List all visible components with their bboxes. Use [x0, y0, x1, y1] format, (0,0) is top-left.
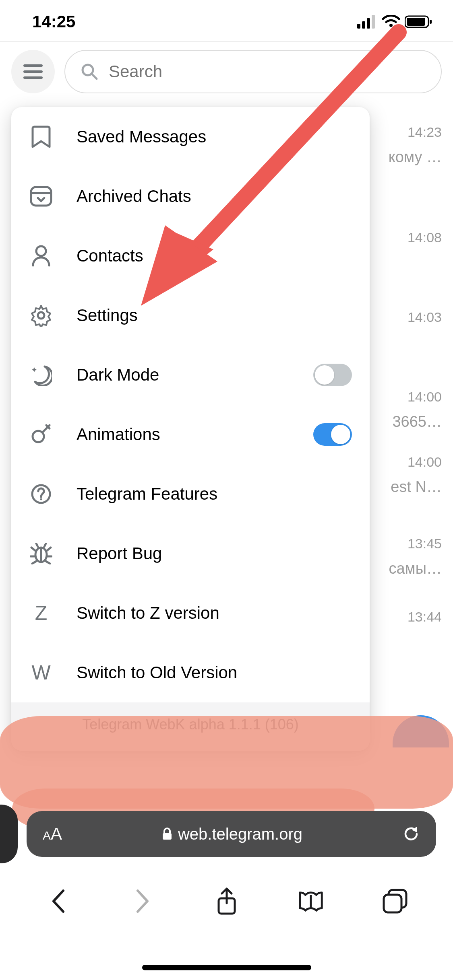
bug-icon: [29, 541, 53, 566]
archive-icon: [29, 184, 53, 208]
svg-point-13: [36, 246, 46, 256]
telegram-features-menu-item[interactable]: Telegram Features: [11, 464, 370, 524]
hamburger-menu-button[interactable]: [11, 50, 55, 93]
status-time: 14:25: [32, 12, 75, 31]
share-button[interactable]: [213, 887, 241, 915]
svg-rect-0: [357, 24, 360, 29]
svg-rect-12: [31, 187, 51, 206]
menu-item-label: Switch to Z version: [77, 603, 352, 623]
back-button[interactable]: [44, 887, 72, 915]
svg-rect-2: [367, 18, 370, 29]
cellular-icon: [357, 15, 377, 29]
url-text: web.telegram.org: [178, 825, 302, 843]
svg-rect-1: [362, 21, 365, 29]
menu-item-label: Telegram Features: [77, 484, 352, 504]
z-letter-icon: Z: [29, 601, 53, 625]
animations-toggle[interactable]: [313, 423, 352, 446]
app-header: [0, 41, 453, 105]
menu-item-label: Animations: [77, 425, 290, 444]
reload-icon[interactable]: [402, 825, 420, 843]
svg-point-19: [40, 498, 42, 500]
battery-icon: [405, 15, 433, 29]
sparkle-icon: [29, 422, 53, 447]
menu-item-label: Dark Mode: [77, 365, 290, 385]
bookmark-icon: [29, 125, 53, 149]
svg-rect-9: [23, 76, 43, 79]
svg-rect-8: [23, 70, 43, 73]
gear-icon: [29, 303, 53, 327]
settings-menu-item[interactable]: Settings: [11, 286, 370, 345]
chat-peek: 14:00 est N…: [361, 451, 442, 500]
chat-list-background: 14:23 кому … 14:08 14:03 14:00 3665… 14:…: [361, 121, 442, 629]
chat-peek: 14:23 кому …: [361, 121, 442, 170]
svg-rect-5: [407, 18, 425, 26]
archived-chats-menu-item[interactable]: Archived Chats: [11, 167, 370, 226]
contacts-menu-item[interactable]: Contacts: [11, 226, 370, 286]
search-icon: [81, 63, 98, 80]
home-indicator: [142, 965, 311, 970]
safari-address-bar[interactable]: AA web.telegram.org: [27, 811, 436, 857]
chat-peek: 14:03: [361, 306, 442, 329]
menu-item-label: Archived Chats: [77, 187, 352, 206]
chat-peek: 13:44: [361, 605, 442, 629]
saved-messages-menu-item[interactable]: Saved Messages: [11, 107, 370, 167]
menu-item-label: Settings: [77, 306, 352, 325]
search-field[interactable]: [64, 50, 442, 93]
svg-rect-30: [384, 895, 401, 912]
switch-old-version-menu-item[interactable]: W Switch to Old Version: [11, 643, 370, 702]
safari-tab-peek[interactable]: [0, 805, 18, 863]
moon-icon: [29, 363, 53, 387]
menu-item-label: Report Bug: [77, 544, 352, 563]
lock-icon: [162, 828, 172, 840]
svg-rect-25: [163, 833, 172, 840]
svg-rect-3: [372, 15, 375, 29]
chat-peek: 14:00 3665…: [361, 385, 442, 434]
animations-menu-item[interactable]: Animations: [11, 405, 370, 464]
wifi-icon: [381, 15, 401, 29]
bookmarks-button[interactable]: [297, 887, 325, 915]
svg-rect-7: [23, 64, 43, 67]
svg-point-14: [38, 312, 44, 319]
switch-z-version-menu-item[interactable]: Z Switch to Z version: [11, 583, 370, 643]
safari-toolbar: [0, 873, 453, 929]
svg-point-10: [83, 65, 93, 75]
svg-rect-6: [430, 20, 432, 24]
user-icon: [29, 244, 53, 268]
dark-mode-toggle[interactable]: [313, 364, 352, 386]
status-bar: 14:25: [0, 0, 453, 41]
chat-peek: 14:08: [361, 226, 442, 249]
menu-item-label: Switch to Old Version: [77, 663, 352, 682]
menu-item-label: Saved Messages: [77, 127, 352, 146]
forward-button[interactable]: [128, 887, 157, 915]
dark-mode-menu-item[interactable]: Dark Mode: [11, 345, 370, 405]
report-bug-menu-item[interactable]: Report Bug: [11, 524, 370, 583]
tabs-button[interactable]: [381, 887, 409, 915]
text-size-button[interactable]: AA: [43, 824, 62, 844]
hamburger-icon: [23, 64, 43, 80]
help-icon: [29, 482, 53, 506]
svg-line-11: [92, 74, 97, 79]
main-menu-popover: Saved Messages Archived Chats Contacts S…: [11, 107, 370, 751]
menu-item-label: Contacts: [77, 246, 352, 266]
search-input[interactable]: [109, 62, 426, 81]
w-letter-icon: W: [29, 661, 53, 685]
chat-peek: 13:45 самы…: [361, 532, 442, 581]
